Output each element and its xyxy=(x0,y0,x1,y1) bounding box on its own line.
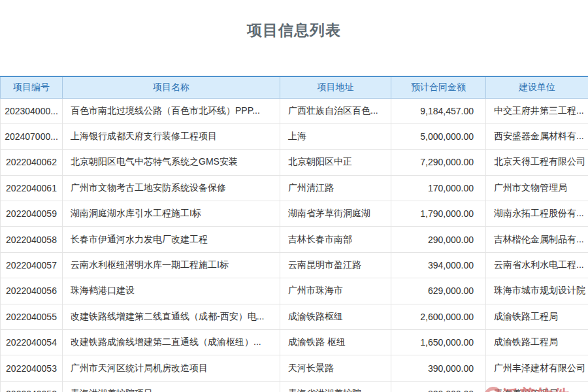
cell-contract-amount: 9,184,457.00 xyxy=(391,98,486,123)
cell-project-name: 珠海鹤港口建设 xyxy=(63,278,280,304)
cell-project-id: 2022040056 xyxy=(1,278,63,304)
cell-project-address: 天河长景路 xyxy=(280,355,391,381)
cell-project-name: 湖南洞庭湖水库引水工程施工I标 xyxy=(63,201,280,227)
cell-construction-unit: 湖南永拓工程股份有... xyxy=(486,201,588,227)
cell-project-name: 云南水利枢纽潜明水库一期工程施工I标 xyxy=(63,252,280,278)
cell-construction-unit: 广州市文物管理局 xyxy=(486,175,588,201)
cell-contract-amount: 629,000.00 xyxy=(391,278,486,304)
table-row[interactable]: 2022040056 珠海鹤港口建设 广州市珠海市 629,000.00 珠海市… xyxy=(1,278,588,304)
cell-construction-unit: 中交王府井第三工程... xyxy=(486,98,588,123)
cell-project-address: 湖南省茅草街洞庭湖 xyxy=(280,201,391,227)
cell-contract-amount: 390,000.00 xyxy=(391,355,486,381)
cell-project-name: 长春市伊通河水力发电厂改建工程 xyxy=(63,227,280,252)
cell-project-id: 202304000... xyxy=(1,98,63,123)
cell-contract-amount: 1,790,000.00 xyxy=(391,201,486,227)
cell-project-name: 青海洪湖养护院项目 xyxy=(63,381,280,392)
cell-contract-amount: 394,000.00 xyxy=(391,252,486,278)
cell-construction-unit: 云南省水利水电工程... xyxy=(486,252,588,278)
cell-contract-amount: 290,000.00 xyxy=(391,227,486,252)
table-row[interactable]: 2022040059 湖南洞庭湖水库引水工程施工I标 湖南省茅草街洞庭湖 1,7… xyxy=(1,201,588,227)
table-row[interactable]: 2022040058 长春市伊通河水力发电厂改建工程 吉林长春市南部 290,0… xyxy=(1,227,588,252)
table-row[interactable]: 2022040055 改建铁路线增建第二线直通线（成都-西安）电... 成渝铁路… xyxy=(1,304,588,329)
cell-contract-amount: 820,000.00 xyxy=(391,381,486,392)
cell-project-address: 广州清江路 xyxy=(280,175,391,201)
cell-project-address: 广西壮族自治区百色... xyxy=(280,98,391,123)
cell-project-id: 2022040057 xyxy=(1,252,63,278)
header-cell-project-name: 项目名称 xyxy=(63,76,280,98)
header-cell-project-id: 项目编号 xyxy=(1,76,63,98)
cell-project-name: 北京朝阳区电气中芯特气系统之GMS安装 xyxy=(63,150,280,175)
header-cell-construction-unit: 建设单位 xyxy=(486,76,588,98)
cell-contract-amount: 1,650,000.00 xyxy=(391,330,486,355)
cell-project-name: 百色市南北过境线公路（百色市北环线）PPP... xyxy=(63,98,280,123)
table-row[interactable]: 2022040054 改建铁路成渝线增建第二直通线（成渝枢纽）... 成渝铁路 … xyxy=(1,330,588,355)
table-row[interactable]: 202407000... 上海银行成都天府支行装修工程项目 上海 5,000,0… xyxy=(1,123,588,149)
table-body: 202304000... 百色市南北过境线公路（百色市北环线）PPP... 广西… xyxy=(1,98,588,392)
table-row[interactable]: 2022040062 北京朝阳区电气中芯特气系统之GMS安装 北京朝阳区中正 7… xyxy=(1,150,588,175)
cell-construction-unit: 吉林楷伦金属制品有... xyxy=(486,227,588,252)
table-row[interactable]: 2022040061 广州市文物考古工地安防系统设备保修 广州清江路 170,0… xyxy=(1,175,588,201)
cell-project-id: 2022040055 xyxy=(1,304,63,329)
cell-project-id: 2022040053 xyxy=(1,355,63,381)
cell-construction-unit: 北京天得工程有限公司 xyxy=(486,150,588,175)
cell-contract-amount: 170,000.00 xyxy=(391,175,486,201)
cell-project-id: 2022040062 xyxy=(1,150,63,175)
cell-project-id: 202407000... xyxy=(1,123,63,149)
page: 项目信息列表 项目编号 项目名称 项目地址 预计合同金额 建设单位 202304… xyxy=(0,20,588,392)
cell-project-address: 吉林长春市南部 xyxy=(280,227,391,252)
cell-project-id: 2022040061 xyxy=(1,175,63,201)
cell-project-name: 广州市天河区统计局机房改造项目 xyxy=(63,355,280,381)
cell-project-id: 2022040058 xyxy=(1,227,63,252)
cell-project-address: 成渝铁路枢纽 xyxy=(280,304,391,329)
cell-project-id: 2022040059 xyxy=(1,201,63,227)
cell-project-address: 广州市珠海市 xyxy=(280,278,391,304)
table-row[interactable]: 2022040052 青海洪湖养护院项目 青海省洪湖养护院 820,000.00… xyxy=(1,381,588,392)
cell-project-address: 青海省洪湖养护院 xyxy=(280,381,391,392)
cell-project-id: 2022040054 xyxy=(1,330,63,355)
cell-project-name: 上海银行成都天府支行装修工程项目 xyxy=(63,123,280,149)
cell-project-address: 成渝铁路 枢纽 xyxy=(280,330,391,355)
table-row[interactable]: 202304000... 百色市南北过境线公路（百色市北环线）PPP... 广西… xyxy=(1,98,588,123)
cell-construction-unit: 青海养护管理局 xyxy=(486,381,588,392)
cell-project-name: 广州市文物考古工地安防系统设备保修 xyxy=(63,175,280,201)
cell-contract-amount: 2,600,000.00 xyxy=(391,304,486,329)
cell-project-name: 改建铁路线增建第二线直通线（成都-西安）电... xyxy=(63,304,280,329)
table-row[interactable]: 2022040057 云南水利枢纽潜明水库一期工程施工I标 云南昆明市盈江路 3… xyxy=(1,252,588,278)
project-info-table: 项目编号 项目名称 项目地址 预计合同金额 建设单位 202304000... … xyxy=(0,76,588,392)
cell-contract-amount: 7,290,000.00 xyxy=(391,150,486,175)
header-cell-project-address: 项目地址 xyxy=(280,76,391,98)
header-cell-contract-amount: 预计合同金额 xyxy=(391,76,486,98)
cell-construction-unit: 成渝铁路工程局 xyxy=(486,330,588,355)
cell-project-id: 2022040052 xyxy=(1,381,63,392)
cell-project-address: 上海 xyxy=(280,123,391,149)
table-header-row: 项目编号 项目名称 项目地址 预计合同金额 建设单位 xyxy=(1,76,588,98)
page-title: 项目信息列表 xyxy=(0,20,588,41)
cell-construction-unit: 西安盛器金属材料有... xyxy=(486,123,588,149)
cell-construction-unit: 广州丰泽建材有限公司 xyxy=(486,355,588,381)
cell-construction-unit: 珠海市城市规划设计院 xyxy=(486,278,588,304)
cell-project-address: 北京朝阳区中正 xyxy=(280,150,391,175)
cell-contract-amount: 5,000,000.00 xyxy=(391,123,486,149)
table-row[interactable]: 2022040053 广州市天河区统计局机房改造项目 天河长景路 390,000… xyxy=(1,355,588,381)
cell-construction-unit: 成渝铁路工程局 xyxy=(486,304,588,329)
cell-project-address: 云南昆明市盈江路 xyxy=(280,252,391,278)
cell-project-name: 改建铁路成渝线增建第二直通线（成渝枢纽）... xyxy=(63,330,280,355)
